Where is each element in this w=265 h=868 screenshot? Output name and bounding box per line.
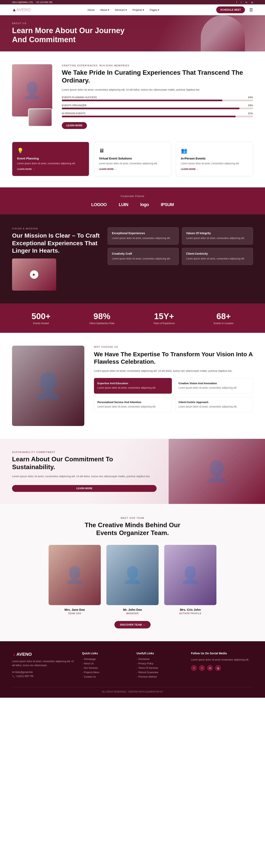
service-desc-2: Lorem ipsum dolor sit amet, consectetur … [181,162,248,165]
stat-label-0: Events Hosted [32,322,51,325]
team-person-icon-1: 👤 [106,545,159,605]
mission-card-desc-0: Lorem ipsum dolor sit amet, consectetur … [112,237,174,240]
stat-label-3: Events In Location [213,322,233,325]
hamburger-icon[interactable]: ☰ [249,7,253,12]
service-link-1[interactable]: LEARN MORE → [99,168,166,170]
mission-video-thumbnail[interactable]: ▶ [12,258,56,290]
sustainability-tagline: SUSTAINABILITY COMMITMENT [12,451,157,453]
social-twitter-icon[interactable]: t [199,665,205,671]
logo[interactable]: ▲AVENO [12,7,31,12]
sustainability-section: SUSTAINABILITY COMMITMENT Learn About Ou… [0,439,265,504]
nav-services[interactable]: Services ▾ [115,8,127,11]
sustainability-left: SUSTAINABILITY COMMITMENT Learn About Ou… [0,439,169,504]
footer-quick-link-3[interactable]: Projects Menu [82,671,129,674]
discover-team-button[interactable]: DISCOVER TEAM → [114,621,151,628]
why-card-0: Expertise And Education Lorem ipsum dolo… [94,378,172,394]
social-facebook-icon[interactable]: f [191,665,197,671]
footer-copyright: ALL RIGHT RESERVED - CREATED WITH ELEMEN… [102,690,163,693]
mission-card-title-0: Exceptional Experiences [112,231,174,235]
why-image: 👤 [12,346,84,426]
footer-social-title: Follow Us On Social Media [191,652,253,655]
pride-description: Lorem ipsum dolor sit amet, consectetur … [62,88,253,92]
footer-logo: ▲AVENO [12,652,74,657]
progress-label-0: EVENTS PLANNING SUCCESS [62,96,97,99]
footer-quick-link-4[interactable]: Contact Us [82,675,129,678]
mission-section: VISION & MISSION Our Mission Is Clear – … [0,215,265,304]
sustainability-learn-more-button[interactable]: LEARN MORE [12,485,157,492]
team-card-0: 👤 Mrs. Jane Doe TEAM CEO [48,545,101,615]
service-link-2[interactable]: LEARN MORE → [181,168,248,170]
team-name-0: Mrs. Jane Doe [48,608,101,611]
team-card-1: 👤 Mr. John Doe MANAGER [106,545,159,615]
footer-col-quick-links: Quick Links HomepageAbout UsOur Services… [82,652,129,680]
schedule-button[interactable]: SCHEDULE MEET [216,6,245,13]
why-card-title-2: Personalized Service And Attention [97,401,168,404]
footer-useful-link-2[interactable]: Terms Of Services [136,666,183,670]
pride-learn-more-button[interactable]: LEARN MORE [62,122,87,129]
footer-useful-link-4[interactable]: Premium Method [136,675,183,678]
why-card-desc-3: Lorem ipsum dolor sit amet, consectetur … [178,405,250,409]
stat-number-3: 68+ [213,311,233,321]
sustainability-image: 👤 [169,439,265,504]
stat-number-0: 500+ [32,311,51,321]
service-title-2: In-Person Events [181,157,248,160]
mission-card-1: Values Of Integrity Lorem ipsum dolor si… [182,227,253,244]
navbar: ▲AVENO Home About ▾ Services ▾ Projects … [0,4,265,15]
team-person-icon-2: 👤 [164,545,217,605]
team-photo-0: 👤 [48,545,101,605]
nav-about[interactable]: About ▾ [100,8,109,11]
progress-bar-0 [62,100,253,101]
footer-quick-links-title: Quick Links [82,652,129,655]
stat-item-0: 500+ Events Hosted [32,311,51,325]
pride-progress-bars: EVENTS PLANNING SUCCESS 84% EVENTS ORGAN… [62,96,253,117]
footer-social-desc: Lorem ipsum dolor sit amet consectetur a… [191,658,253,662]
footer-useful-link-3[interactable]: Refund Guarantee [136,671,183,674]
footer-bottom: ALL RIGHT RESERVED - CREATED WITH ELEMEN… [12,687,253,693]
team-name-2: Mrs. Cris John [164,608,217,611]
top-social-in[interactable]: in [245,1,247,3]
footer-useful-link-0[interactable]: Disclaimer [136,658,183,660]
play-button[interactable]: ▶ [30,270,38,279]
why-title: We Have The Expertise To Transform Your … [94,350,253,366]
sustainability-description: Lorem ipsum dolor sit amet, consectetur … [12,474,157,478]
footer-grid: ▲AVENO Lorem ipsum dolor sit amet, conse… [12,652,253,680]
clients-section: Corporate Clients LOGOOLUINlogoIPSUM [0,187,265,215]
progress-value-1: 93% [248,104,253,107]
mission-card-3: Client-Centricity Lorem ipsum dolor sit … [182,248,253,265]
footer-col-brand: ▲AVENO Lorem ipsum dolor sit amet, conse… [12,652,74,680]
team-photo-1: 👤 [106,545,159,605]
why-card-title-1: Creative Vision And Innovation [178,382,250,385]
nav-home[interactable]: Home [88,8,95,11]
top-bar: HELLO@EMAIL.COL +01 123.456.789 f t in i… [0,0,265,4]
why-card-desc-1: Lorem ipsum dolor sit amet, consectetur … [178,386,250,390]
hero-content: ABOUT US Learn More About Our Journey An… [12,22,125,44]
mission-card-title-1: Values Of Integrity [186,231,249,235]
nav-pages[interactable]: Pages ▾ [150,8,159,11]
footer-quick-link-1[interactable]: About Us [82,662,129,665]
team-section: MEET OUR TEAM The Creative Minds Behind … [0,504,265,641]
mission-card-title-2: Creativity Craft [112,252,174,255]
footer-quick-links-list: HomepageAbout UsOur ServicesProjects Men… [82,658,129,678]
service-link-0[interactable]: LEARN MORE → [17,168,84,170]
nav-projects[interactable]: Projects ▾ [133,8,144,11]
progress-bar-1 [62,107,253,109]
progress-item-1: EVENTS ORGANIZER 93% [62,104,253,109]
phone-icon: 📞 [12,675,16,678]
footer-quick-link-0[interactable]: Homepage [82,658,129,660]
social-linkedin-icon[interactable]: in [207,665,213,671]
service-icon-1: 🖥 [99,148,166,154]
pride-title: We Take Pride In Curating Experiences Th… [62,69,253,84]
footer-quick-link-2[interactable]: Our Services [82,666,129,670]
service-card-0: 💡 Event Planning Lorem ipsum dolor sit a… [12,142,89,176]
client-logo-2: logo [140,202,149,207]
top-social-ig[interactable]: ig [251,1,253,3]
footer-col-useful-links: Usefull Links DisclaimerPrivacy PolicyTe… [136,652,183,680]
top-social-tw[interactable]: t [241,1,241,3]
mission-title: Our Mission Is Clear – To Craft Exceptio… [12,232,100,254]
top-social-fb[interactable]: f [236,1,237,3]
footer-useful-link-1[interactable]: Privacy Policy [136,662,183,665]
social-instagram-icon[interactable]: ig [215,665,221,671]
clients-label: Corporate Clients [12,195,253,197]
mission-tagline: VISION & MISSION [12,227,100,230]
stat-item-2: 15Y+ Years of Experience [154,311,175,325]
